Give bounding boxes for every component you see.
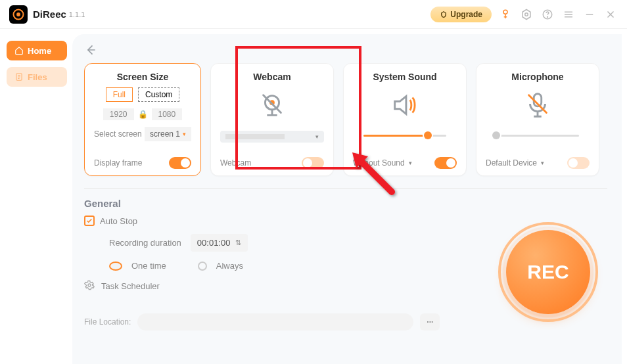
card-title: Webcam [253, 72, 290, 82]
select-screen-dropdown[interactable]: screen 1▾ [145, 127, 191, 141]
recording-duration-input[interactable]: 00:01:00 ⇅ [191, 234, 248, 252]
close-button[interactable] [603, 7, 618, 22]
app-version: 1.1.1 [69, 11, 85, 18]
card-title: Microphone [511, 72, 563, 82]
sidebar-item-home[interactable]: Home [7, 41, 67, 60]
upgrade-label: Upgrade [450, 10, 482, 19]
record-button[interactable]: REC [506, 230, 590, 314]
gear-icon [84, 280, 95, 292]
chevron-down-icon: ▾ [409, 160, 412, 166]
svg-point-1 [16, 12, 20, 16]
menu-icon[interactable] [561, 7, 576, 22]
svg-marker-3 [522, 9, 530, 19]
screen-custom-button[interactable]: Custom [138, 87, 179, 102]
app-name: DiReec [33, 9, 66, 20]
svg-point-2 [503, 10, 507, 14]
stepper-icon: ⇅ [235, 239, 241, 247]
divider [84, 188, 607, 189]
upgrade-button[interactable]: Upgrade [430, 7, 492, 22]
back-button[interactable] [84, 43, 607, 59]
webcam-off-icon [257, 90, 287, 123]
chevron-down-icon: ▾ [541, 160, 544, 166]
card-system-sound: System Sound Without Sound▾ [343, 63, 467, 176]
chevron-down-icon: ▾ [315, 133, 319, 140]
auto-stop-checkbox[interactable] [84, 216, 95, 226]
settings-icon[interactable] [519, 7, 534, 22]
minimize-button[interactable] [582, 7, 597, 22]
screen-height: 1080 [152, 108, 183, 120]
svg-point-4 [525, 12, 528, 16]
radio-one-time[interactable] [109, 262, 122, 271]
microphone-toggle[interactable] [567, 157, 590, 169]
file-location-path[interactable] [137, 313, 413, 330]
card-screen-size: Screen Size Full Custom 1920 🔒 1080 Sele… [84, 63, 201, 176]
app-logo [9, 5, 28, 24]
display-frame-label: Display frame [94, 158, 142, 168]
microphone-slider[interactable] [496, 135, 579, 137]
card-title: System Sound [373, 72, 436, 82]
recording-duration-label: Recording duration [109, 238, 181, 248]
sidebar-item-files[interactable]: Files [7, 67, 67, 87]
mic-off-icon [522, 90, 553, 123]
sidebar-item-label: Home [28, 46, 51, 56]
speaker-icon [390, 90, 420, 123]
file-location-label: File Location: [84, 317, 131, 327]
webcam-toggle[interactable] [302, 157, 324, 169]
card-webcam: Webcam ▾ Webcam [210, 63, 334, 176]
webcam-label: Webcam [220, 158, 251, 168]
system-sound-toggle[interactable] [434, 157, 457, 169]
title-bar: DiReec 1.1.1 Upgrade [0, 0, 627, 29]
card-microphone: Microphone Default Device▾ [476, 63, 599, 176]
auto-stop-label: Auto Stop [100, 216, 137, 226]
sidebar-item-label: Files [28, 72, 47, 82]
svg-point-6 [547, 16, 548, 17]
webcam-device-dropdown[interactable]: ▾ [220, 131, 324, 143]
svg-point-11 [88, 284, 91, 286]
display-frame-toggle[interactable] [169, 157, 191, 169]
browse-button[interactable]: ··· [420, 313, 440, 330]
key-icon[interactable] [498, 7, 513, 22]
card-title: Screen Size [117, 72, 169, 82]
system-sound-slider[interactable] [363, 135, 446, 137]
task-scheduler-label[interactable]: Task Scheduler [101, 281, 160, 291]
section-title: General [84, 198, 607, 209]
chevron-down-icon: ▾ [183, 131, 186, 137]
sidebar: Home Files [0, 29, 72, 364]
sound-mode-dropdown[interactable]: Without Sound▾ [353, 158, 412, 168]
mic-device-dropdown[interactable]: Default Device▾ [486, 158, 544, 168]
screen-full-button[interactable]: Full [106, 87, 133, 102]
select-screen-label: Select screen [94, 129, 142, 139]
help-icon[interactable] [540, 7, 555, 22]
record-button-ring: REC [496, 219, 601, 325]
always-label: Always [216, 261, 243, 271]
screen-width: 1920 [103, 108, 134, 120]
one-time-label: One time [131, 261, 166, 271]
lock-icon: 🔒 [138, 110, 148, 119]
radio-always[interactable] [198, 262, 207, 271]
